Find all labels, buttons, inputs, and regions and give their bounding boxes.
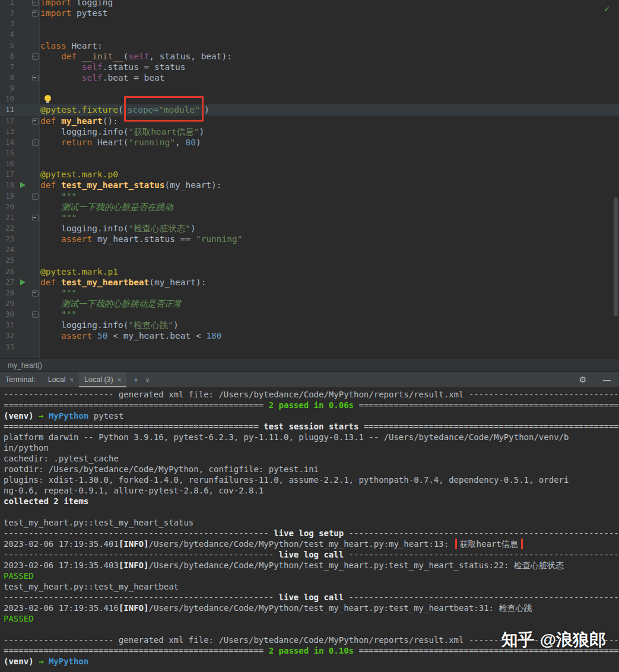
line-number[interactable]: 12 — [0, 116, 14, 126]
code-token: """ — [40, 310, 77, 319]
line-number[interactable]: 14 — [0, 137, 14, 148]
code-line[interactable]: 24 — [0, 244, 619, 255]
line-number[interactable]: 26 — [0, 266, 14, 277]
code-line[interactable]: 18def test_my_heart_status(my_heart): — [0, 180, 619, 190]
line-number[interactable]: 13 — [0, 126, 14, 137]
code-line[interactable]: 12def my_heart(): — [0, 116, 619, 126]
line-number[interactable]: 27 — [0, 277, 14, 288]
code-line[interactable]: 21 """ — [0, 212, 619, 223]
line-number[interactable]: 32 — [0, 330, 14, 341]
inspection-ok-icon[interactable]: ✓ — [604, 4, 610, 14]
line-number[interactable]: 21 — [0, 212, 14, 223]
code-line[interactable]: 25 — [0, 255, 619, 266]
editor-scrollbar[interactable] — [614, 198, 618, 316]
minimize-icon[interactable]: — — [603, 375, 611, 384]
line-number[interactable]: 7 — [0, 62, 14, 72]
fold-marker-icon[interactable] — [32, 10, 39, 17]
code-line[interactable]: 3 — [0, 18, 619, 29]
code-line[interactable]: 28 """ — [0, 288, 619, 298]
code-editor[interactable]: 1import logging2import pytest345class He… — [0, 0, 619, 358]
gear-icon[interactable]: ⚙ — [579, 375, 586, 384]
code-line[interactable]: 23 assert my_heart.status == "running" — [0, 234, 619, 244]
line-number[interactable]: 10 — [0, 94, 14, 104]
line-number[interactable]: 8 — [0, 72, 14, 83]
line-number[interactable]: 4 — [0, 29, 14, 40]
line-number[interactable]: 2 — [0, 8, 14, 18]
code-line[interactable]: 15 — [0, 148, 619, 158]
tab-local[interactable]: Local × — [43, 372, 79, 387]
line-number[interactable]: 22 — [0, 223, 14, 234]
code-line[interactable]: 26@pytest.mark.p1 — [0, 266, 619, 277]
line-number[interactable]: 5 — [0, 40, 14, 51]
fold-marker-icon[interactable] — [32, 193, 39, 200]
terminal-output[interactable]: ---------------------- generated xml fil… — [0, 388, 619, 672]
line-number[interactable]: 33 — [0, 342, 14, 352]
fold-marker-icon[interactable] — [32, 311, 39, 318]
line-number[interactable]: 25 — [0, 255, 14, 266]
chevron-down-icon[interactable]: ∨ — [145, 377, 150, 383]
run-test-icon[interactable] — [20, 182, 26, 188]
code-line[interactable]: 4 — [0, 29, 619, 40]
code-line[interactable]: 13 logging.info("获取heart信息") — [0, 126, 619, 137]
line-number[interactable]: 24 — [0, 244, 14, 255]
breadcrumb[interactable]: my_heart() — [0, 358, 619, 372]
fold-marker-icon[interactable] — [32, 139, 39, 146]
line-number[interactable]: 1 — [0, 0, 14, 8]
code-line[interactable]: 30 """ — [0, 309, 619, 320]
fold-marker-icon[interactable] — [32, 75, 39, 81]
line-number[interactable]: 11 — [0, 104, 14, 115]
intention-bulb-icon[interactable] — [45, 95, 51, 101]
line-number[interactable]: 17 — [0, 169, 14, 180]
line-number[interactable]: 9 — [0, 83, 14, 94]
code-token — [40, 73, 82, 82]
code-line[interactable]: 27def test_my_heartbeat(my_heart): — [0, 277, 619, 288]
line-number[interactable]: 16 — [0, 158, 14, 169]
fold-marker-icon[interactable] — [32, 53, 39, 60]
line-number[interactable]: 28 — [0, 288, 14, 298]
code-line[interactable]: 8 self.beat = beat — [0, 72, 619, 83]
code-line[interactable]: 5class Heart: — [0, 40, 619, 51]
terminal-token: ----------------------------------------… — [349, 528, 619, 538]
line-number[interactable]: 18 — [0, 180, 14, 190]
line-number[interactable]: 20 — [0, 202, 14, 212]
code-line[interactable]: 33 — [0, 342, 619, 352]
line-number[interactable]: 19 — [0, 191, 14, 202]
code-line[interactable]: 29 测试一下我的心脏跳动是否正常 — [0, 298, 619, 309]
code-line[interactable]: 32 assert 50 < my_heart.beat < 180 — [0, 330, 619, 341]
code-line[interactable]: 11@pytest.fixture(scope="module") — [0, 104, 619, 115]
close-icon[interactable]: × — [118, 376, 121, 383]
fold-marker-icon[interactable] — [32, 118, 39, 125]
terminal-line: ---------------------- generated xml fil… — [4, 389, 619, 400]
fold-marker-icon[interactable] — [32, 215, 39, 221]
fold-marker-icon[interactable] — [32, 290, 39, 297]
close-icon[interactable]: × — [70, 376, 74, 383]
code-line[interactable]: 1import logging — [0, 0, 619, 8]
code-line[interactable]: 16 — [0, 158, 619, 169]
line-number[interactable]: 30 — [0, 309, 14, 320]
code-line[interactable]: 10 — [0, 94, 619, 104]
line-number[interactable]: 23 — [0, 234, 14, 244]
code-line[interactable]: 7 self.status = status — [0, 62, 619, 72]
code-text: @pytest.fixture(scope="module") — [40, 104, 619, 115]
line-number[interactable]: 31 — [0, 320, 14, 330]
terminal-token: in/python — [4, 443, 49, 453]
code-line[interactable]: 22 logging.info("检查心脏状态") — [0, 223, 619, 234]
line-number[interactable]: 29 — [0, 298, 14, 309]
new-tab-icon[interactable]: + — [134, 375, 138, 384]
code-line[interactable]: 14 return Heart("running", 80) — [0, 137, 619, 148]
code-line[interactable]: 20 测试一下我的心脏是否在跳动 — [0, 202, 619, 212]
terminal-token: platform darwin -- Python 3.9.16, pytest… — [4, 432, 569, 442]
code-line[interactable]: 2import pytest — [0, 8, 619, 18]
tab-local-3[interactable]: Local (3) × — [79, 372, 126, 387]
line-number[interactable]: 6 — [0, 51, 14, 62]
run-test-icon[interactable] — [20, 279, 26, 285]
code-line[interactable]: 17@pytest.mark.p0 — [0, 169, 619, 180]
breadcrumb-item[interactable]: my_heart() — [8, 361, 42, 370]
code-line[interactable]: 19 """ — [0, 191, 619, 202]
code-line[interactable]: 9 — [0, 83, 619, 94]
fold-marker-icon[interactable] — [32, 0, 39, 6]
code-line[interactable]: 31 logging.info("检查心跳") — [0, 320, 619, 330]
code-line[interactable]: 6 def __init__(self, status, beat): — [0, 51, 619, 62]
line-number[interactable]: 3 — [0, 18, 14, 29]
line-number[interactable]: 15 — [0, 148, 14, 158]
